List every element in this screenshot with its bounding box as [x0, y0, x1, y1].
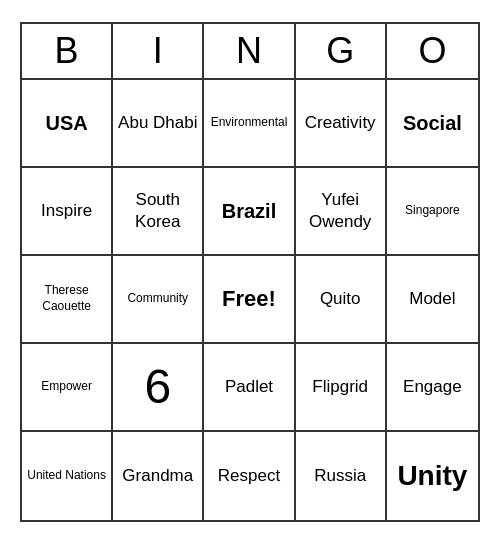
- bingo-cell-text-19: Engage: [403, 376, 462, 398]
- bingo-cell-text-1: Abu Dhabi: [118, 112, 197, 134]
- bingo-cell-text-15: Empower: [41, 379, 92, 395]
- bingo-cell-15: Empower: [22, 344, 113, 432]
- bingo-cell-text-14: Model: [409, 288, 455, 310]
- bingo-cell-14: Model: [387, 256, 478, 344]
- bingo-cell-text-16: 6: [144, 356, 171, 418]
- bingo-cell-text-13: Quito: [320, 288, 361, 310]
- bingo-header: BINGO: [22, 24, 478, 80]
- bingo-cell-13: Quito: [296, 256, 387, 344]
- bingo-cell-1: Abu Dhabi: [113, 80, 204, 168]
- bingo-cell-11: Community: [113, 256, 204, 344]
- bingo-cell-text-17: Padlet: [225, 376, 273, 398]
- bingo-cell-20: United Nations: [22, 432, 113, 520]
- bingo-cell-text-0: USA: [45, 110, 87, 136]
- bingo-cell-24: Unity: [387, 432, 478, 520]
- bingo-cell-text-7: Brazil: [222, 198, 276, 224]
- bingo-cell-text-24: Unity: [397, 458, 467, 494]
- bingo-card: BINGO USAAbu DhabiEnvironmentalCreativit…: [20, 22, 480, 522]
- bingo-grid: USAAbu DhabiEnvironmentalCreativitySocia…: [22, 80, 478, 520]
- bingo-cell-10: Therese Caouette: [22, 256, 113, 344]
- bingo-cell-8: Yufei Owendy: [296, 168, 387, 256]
- bingo-cell-21: Grandma: [113, 432, 204, 520]
- bingo-cell-16: 6: [113, 344, 204, 432]
- bingo-cell-19: Engage: [387, 344, 478, 432]
- header-letter: I: [113, 24, 204, 78]
- bingo-cell-9: Singapore: [387, 168, 478, 256]
- header-letter: O: [387, 24, 478, 78]
- bingo-cell-text-4: Social: [403, 110, 462, 136]
- header-letter: B: [22, 24, 113, 78]
- header-letter: G: [296, 24, 387, 78]
- bingo-cell-text-22: Respect: [218, 465, 280, 487]
- bingo-cell-5: Inspire: [22, 168, 113, 256]
- bingo-cell-text-23: Russia: [314, 465, 366, 487]
- bingo-cell-text-10: Therese Caouette: [26, 283, 107, 314]
- bingo-cell-text-5: Inspire: [41, 200, 92, 222]
- bingo-cell-text-8: Yufei Owendy: [300, 189, 381, 233]
- bingo-cell-text-21: Grandma: [122, 465, 193, 487]
- bingo-cell-23: Russia: [296, 432, 387, 520]
- bingo-cell-text-3: Creativity: [305, 112, 376, 134]
- bingo-cell-22: Respect: [204, 432, 295, 520]
- bingo-cell-17: Padlet: [204, 344, 295, 432]
- header-letter: N: [204, 24, 295, 78]
- bingo-cell-18: Flipgrid: [296, 344, 387, 432]
- bingo-cell-6: South Korea: [113, 168, 204, 256]
- bingo-cell-text-9: Singapore: [405, 203, 460, 219]
- bingo-cell-text-6: South Korea: [117, 189, 198, 233]
- bingo-cell-text-12: Free!: [222, 285, 276, 314]
- bingo-cell-text-11: Community: [127, 291, 188, 307]
- bingo-cell-0: USA: [22, 80, 113, 168]
- bingo-cell-7: Brazil: [204, 168, 295, 256]
- bingo-cell-text-20: United Nations: [27, 468, 106, 484]
- bingo-cell-2: Environmental: [204, 80, 295, 168]
- bingo-cell-4: Social: [387, 80, 478, 168]
- bingo-cell-text-18: Flipgrid: [312, 376, 368, 398]
- bingo-cell-12: Free!: [204, 256, 295, 344]
- bingo-cell-text-2: Environmental: [211, 115, 288, 131]
- bingo-cell-3: Creativity: [296, 80, 387, 168]
